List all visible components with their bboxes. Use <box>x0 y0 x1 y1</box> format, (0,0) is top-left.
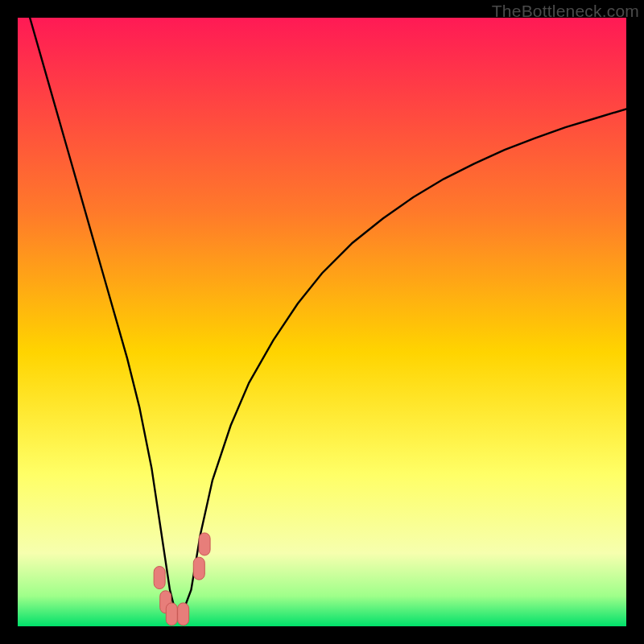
curve-marker <box>154 567 165 589</box>
curve-marker <box>199 533 210 555</box>
curve-marker <box>193 557 204 580</box>
curve-marker <box>166 603 177 625</box>
bottleneck-chart <box>18 18 626 626</box>
chart-frame: TheBottleneck.com <box>0 0 644 644</box>
curve-marker <box>178 603 189 625</box>
plot-area <box>18 18 626 626</box>
gradient-background <box>18 18 626 626</box>
